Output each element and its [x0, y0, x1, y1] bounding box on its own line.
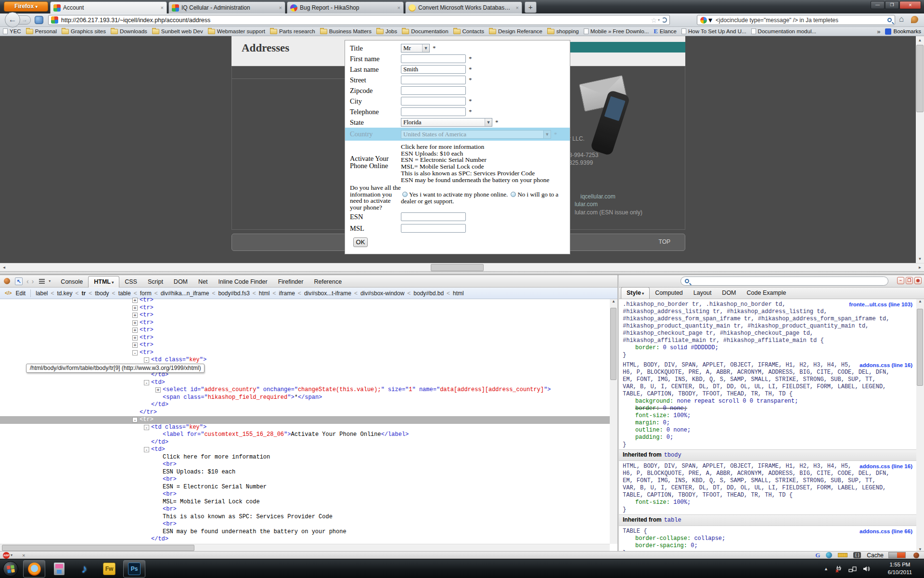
page-vertical-scrollbar[interactable]: ▲ ▼ [916, 36, 924, 263]
cache-toggle[interactable] [888, 552, 906, 558]
tree-node[interactable]: </tr> [0, 409, 610, 417]
close-icon[interactable]: × [22, 552, 25, 558]
bookmark-item[interactable]: Business Matters [320, 28, 372, 34]
expand-icon[interactable]: + [132, 328, 138, 333]
reload-icon[interactable] [662, 17, 667, 23]
email-link[interactable]: iqcellular.com [580, 193, 616, 200]
tree-node[interactable]: MSL= Mobile Serial Lock code [0, 499, 610, 506]
tree-node[interactable]: <label for="customtext_155_16_28_06">Act… [0, 431, 610, 439]
firebug-tab-script[interactable]: Script [142, 276, 168, 288]
scrollbar-thumb[interactable] [916, 45, 924, 112]
bookmark-item[interactable]: Webmaster support [208, 28, 265, 34]
browser-tab[interactable]: Account× [50, 1, 167, 13]
city-input[interactable] [401, 97, 466, 105]
firebug-tab-dom[interactable]: DOM [168, 276, 193, 288]
breadcrumb-item[interactable]: table [118, 290, 131, 297]
tree-node[interactable]: ESN Uploads: $10 each [0, 469, 610, 476]
url-bar[interactable]: http://206.217.193.31/~iqcell/index.php/… [48, 15, 670, 25]
edit-source-icon[interactable]: </> [5, 290, 12, 296]
bookmark-star-icon[interactable]: ☆ [651, 16, 657, 24]
browser-tab[interactable]: Convert Microsoft Works Database (....× [405, 1, 522, 13]
css-selector[interactable]: HTML, BODY, DIV, SPAN, APPLET, OBJECT, I… [623, 362, 892, 398]
tree-node[interactable]: </td> [0, 401, 610, 409]
menu-icon[interactable] [39, 281, 45, 282]
bookmark-item[interactable]: How To Set Up And U... [681, 28, 746, 34]
tree-node[interactable]: -<tr> [0, 349, 610, 357]
scrollbar-thumb[interactable] [917, 309, 923, 386]
firebug-tab-html[interactable]: HTML ▾ [88, 276, 119, 288]
tree-node[interactable]: +<tr> [0, 304, 610, 312]
tree-horizontal-scrollbar[interactable] [0, 544, 610, 552]
scrollbar-thumb[interactable] [431, 264, 484, 271]
breadcrumb-item[interactable]: tbody [95, 290, 109, 297]
tree-node[interactable]: </td> [0, 536, 610, 541]
search-box[interactable]: ▾ <jdocinclude type="message" /> in Ja t… [697, 15, 895, 25]
home-button[interactable]: ⌂ [899, 14, 904, 24]
power-plug-icon[interactable] [835, 565, 843, 573]
inherited-element-name[interactable]: tbody [664, 452, 681, 459]
scrollbar-thumb[interactable] [610, 308, 616, 380]
expand-icon[interactable]: + [132, 320, 138, 326]
bookmarks-overflow-icon[interactable]: » [877, 28, 880, 35]
country-select[interactable]: United States of America▼ [401, 130, 551, 139]
bookmark-item[interactable]: Documentation [402, 28, 448, 34]
breadcrumb-item[interactable]: body#bd.fs3 [218, 290, 249, 297]
google-toolbar-icon[interactable]: G [815, 552, 820, 559]
tab-close-icon[interactable]: × [279, 5, 282, 11]
collapse-icon[interactable]: - [132, 417, 138, 422]
state-select[interactable]: Florida▼ [401, 118, 492, 127]
taskbar-music-button[interactable]: ♪ [73, 560, 95, 578]
radio-yes[interactable] [402, 192, 408, 197]
breadcrumb-item[interactable]: form [140, 290, 152, 297]
edit-button[interactable]: Edit [15, 290, 26, 297]
chevron-down-icon[interactable]: ▾ [49, 279, 51, 283]
tree-node[interactable]: <br> [0, 476, 610, 484]
radio-no[interactable] [511, 192, 516, 197]
taskbar-app-button[interactable] [48, 560, 70, 578]
restore-button[interactable]: ❐ [885, 1, 899, 9]
taskbar-photoshop-button[interactable]: Ps [123, 560, 145, 578]
bookmark-item[interactable]: shopping [547, 28, 579, 34]
bookmark-item[interactable]: Jobs [376, 28, 397, 34]
side-tab-computed[interactable]: Computed [650, 288, 688, 299]
inherited-element-name[interactable]: table [664, 517, 681, 524]
back-button[interactable]: ← [5, 12, 20, 27]
tab-groups-icon[interactable] [35, 16, 43, 24]
css-source-link[interactable]: fronte...ult.css (line 103) [849, 301, 912, 308]
taskbar-clock[interactable]: 1:55 PM 6/10/2011 [879, 561, 921, 576]
css-property[interactable]: border-spacing: 0; [623, 542, 912, 550]
bookmark-item[interactable]: Parts research [270, 28, 315, 34]
collapse-icon[interactable]: - [144, 357, 149, 363]
css-property[interactable]: outline: 0 none; [623, 427, 912, 434]
css-selector[interactable]: HTML, BODY, DIV, SPAN, APPLET, OBJECT, I… [623, 463, 892, 499]
breadcrumb-item[interactable]: div#sbox-window [360, 290, 404, 297]
scroll-down-icon[interactable]: ▼ [916, 255, 924, 263]
browser-tab[interactable]: IQ Cellular - Administration× [168, 1, 285, 13]
bookmark-item[interactable]: Design Referance [489, 28, 542, 34]
code-braces-icon[interactable]: { } [853, 552, 861, 558]
firebug-icon[interactable] [4, 278, 10, 284]
breadcrumb-item[interactable]: html [453, 290, 464, 297]
css-source-link[interactable]: addons.css (line 16) [860, 463, 912, 470]
tree-node[interactable]: <br> [0, 491, 610, 499]
tree-node[interactable]: <br> [0, 506, 610, 513]
expand-icon[interactable]: + [132, 342, 138, 348]
taskbar-fireworks-button[interactable]: Fw [98, 560, 120, 578]
css-property[interactable]: border: 0 none; [623, 405, 912, 412]
side-tab-layout[interactable]: Layout [688, 288, 717, 299]
tree-node[interactable]: +<tr> [0, 327, 610, 334]
browser-tab[interactable]: Bug Report - HikaShop× [287, 1, 404, 13]
tree-node[interactable]: +<tr> [0, 334, 610, 342]
expand-icon[interactable]: + [155, 387, 161, 393]
firebug-statusbar-icon[interactable] [913, 552, 919, 558]
css-property[interactable]: font-size: 100%; [623, 499, 912, 506]
tree-node[interactable]: Click here for more information [0, 454, 610, 461]
msl-input[interactable] [401, 224, 466, 233]
chevron-down-icon[interactable]: ▾ [658, 18, 660, 22]
url-text[interactable]: http://206.217.193.31/~iqcell/index.php/… [61, 17, 651, 24]
collapse-icon[interactable]: - [132, 350, 138, 355]
firebug-tab-reference[interactable]: Reference [308, 276, 347, 288]
side-tab-code-example[interactable]: Code Example [742, 288, 792, 299]
tree-node[interactable]: -<tr> [0, 416, 610, 424]
scroll-left-icon[interactable]: ◄ [0, 263, 8, 272]
